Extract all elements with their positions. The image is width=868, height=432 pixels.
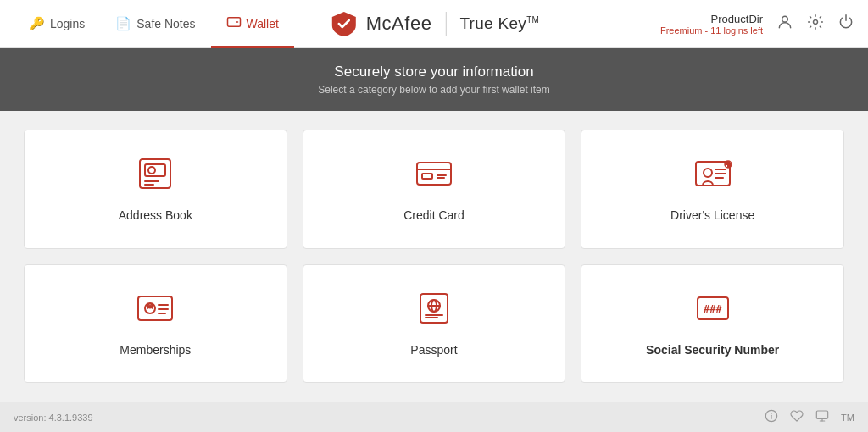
footer-tm-text: TM — [841, 413, 854, 423]
settings-icon[interactable] — [807, 14, 824, 35]
wallet-card-ssn[interactable]: ### Social Security Number — [581, 264, 844, 384]
wallet-icon — [226, 14, 242, 32]
nav-safe-notes-label: Safe Notes — [136, 17, 195, 30]
credit-card-icon — [412, 156, 456, 197]
app-header: 🔑 Logins 📄 Safe Notes Wallet McAfee — [0, 0, 868, 48]
app-logo: McAfee True KeyTM — [329, 10, 539, 37]
ssn-label: Social Security Number — [646, 343, 779, 357]
svg-point-2 — [814, 19, 818, 24]
account-info: ProductDir Freemium - 11 logins left — [660, 13, 763, 36]
svg-rect-8 — [422, 174, 432, 179]
drivers-license-icon — [691, 156, 735, 197]
app-footer: version: 4.3.1.9339 TM — [0, 402, 868, 432]
svg-point-12 — [704, 169, 712, 177]
mcafee-text: McAfee — [366, 13, 432, 35]
memberships-icon — [133, 291, 177, 331]
note-icon: 📄 — [115, 16, 131, 31]
credit-card-label: Credit Card — [403, 208, 465, 222]
ssn-icon: ### — [691, 291, 735, 331]
main-content: Address Book Credit Card — [0, 111, 868, 402]
nav-wallet[interactable]: Wallet — [211, 1, 294, 48]
mcafee-logo-icon — [329, 10, 359, 37]
footer-icons: TM — [765, 409, 854, 425]
info-icon[interactable] — [765, 409, 778, 425]
wallet-card-passport[interactable]: Passport — [303, 264, 566, 384]
nav-logins[interactable]: 🔑 Logins — [14, 1, 100, 48]
power-icon[interactable] — [837, 14, 854, 35]
banner-subtitle: Select a category below to add your firs… — [0, 84, 868, 96]
memberships-label: Memberships — [120, 343, 191, 357]
nav-wallet-label: Wallet — [247, 17, 279, 30]
nav-safe-notes[interactable]: 📄 Safe Notes — [100, 1, 210, 48]
svg-point-5 — [148, 167, 155, 174]
logo-divider — [445, 12, 446, 36]
main-nav: 🔑 Logins 📄 Safe Notes Wallet — [14, 0, 294, 47]
nav-logins-label: Logins — [50, 17, 85, 30]
account-name: ProductDir — [660, 13, 763, 25]
account-status: Freemium - 11 logins left — [660, 25, 763, 36]
passport-icon — [412, 291, 456, 331]
passport-label: Passport — [410, 343, 457, 357]
wallet-card-credit-card[interactable]: Credit Card — [303, 130, 566, 249]
drivers-license-label: Driver's License — [670, 208, 754, 222]
banner-title: Securely store your information — [0, 64, 868, 80]
info-banner: Securely store your information Select a… — [0, 48, 868, 111]
version-text: version: 4.3.1.9339 — [14, 413, 93, 423]
key-icon: 🔑 — [29, 16, 45, 31]
screen-icon[interactable] — [815, 409, 829, 425]
wallet-card-memberships[interactable]: Memberships — [24, 264, 287, 384]
svg-point-1 — [782, 16, 788, 22]
svg-rect-36 — [816, 411, 827, 418]
truekey-text: True KeyTM — [459, 14, 539, 33]
header-right: ProductDir Freemium - 11 logins left — [660, 13, 854, 36]
address-book-icon — [133, 156, 177, 197]
svg-text:###: ### — [704, 303, 722, 315]
heart-icon[interactable] — [790, 409, 804, 425]
wallet-cards-grid: Address Book Credit Card — [24, 130, 844, 383]
address-book-label: Address Book — [119, 208, 192, 222]
user-icon[interactable] — [776, 14, 793, 35]
wallet-card-address-book[interactable]: Address Book — [24, 130, 287, 249]
wallet-card-drivers-license[interactable]: Driver's License — [581, 130, 844, 249]
